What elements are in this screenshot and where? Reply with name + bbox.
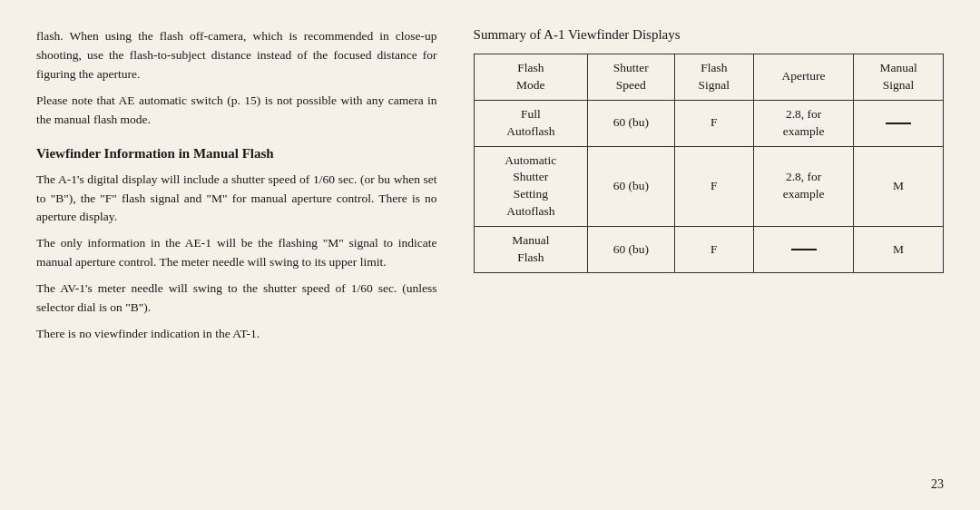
viewfinder-table: FlashMode ShutterSpeed FlashSignal Apert…: [474, 54, 944, 273]
left-column: flash. When using the flash off-camera, …: [36, 27, 465, 492]
cell-signal-1: F: [674, 100, 753, 146]
col-shutter-speed: ShutterSpeed: [588, 54, 675, 101]
paragraph-ae-note: Please note that AE automatic switch (p.…: [36, 92, 437, 130]
cell-aperture-1: 2.8, forexample: [754, 100, 854, 146]
page-number: 23: [931, 477, 944, 492]
dash-line-1: [886, 123, 911, 124]
col-flash-mode: FlashMode: [474, 54, 587, 101]
paragraph-av1-info: The AV-1's meter needle will swing to th…: [36, 280, 437, 318]
table-row: ManualFlash 60 (bu) F M: [474, 227, 943, 273]
page-container: flash. When using the flash off-camera, …: [0, 0, 980, 510]
cell-signal-3: F: [674, 227, 753, 273]
dash-line-2: [791, 249, 817, 250]
paragraph-ae1-info: The only information in the AE-1 will be…: [36, 234, 437, 272]
cell-manual-1: [854, 100, 944, 146]
cell-aperture-3: [754, 227, 854, 273]
right-column: Summary of A-1 Viewfinder Displays Flash…: [465, 27, 944, 492]
paragraph-flash-intro: flash. When using the flash off-camera, …: [36, 27, 437, 84]
cell-aperture-2: 2.8, forexample: [754, 146, 854, 227]
cell-shutter-1: 60 (bu): [588, 100, 675, 146]
table-row: AutomaticShutterSettingAutoflash 60 (bu)…: [474, 146, 943, 227]
cell-flash-mode-2: AutomaticShutterSettingAutoflash: [474, 146, 587, 227]
cell-flash-mode-3: ManualFlash: [474, 227, 587, 273]
section-heading-viewfinder: Viewfinder Information in Manual Flash: [36, 146, 437, 162]
table-header-row: FlashMode ShutterSpeed FlashSignal Apert…: [474, 54, 943, 101]
paragraph-a1-display: The A-1's digital display will include a…: [36, 171, 437, 228]
cell-manual-2: M: [854, 146, 944, 227]
cell-flash-mode-1: FullAutoflash: [474, 100, 587, 146]
paragraph-at1-info: There is no viewfinder indication in the…: [36, 325, 437, 344]
col-manual-signal: ManualSignal: [854, 54, 944, 101]
col-flash-signal: FlashSignal: [674, 54, 753, 101]
cell-signal-2: F: [674, 146, 753, 227]
table-row: FullAutoflash 60 (bu) F 2.8, forexample: [474, 100, 943, 146]
cell-shutter-2: 60 (bu): [588, 146, 675, 227]
col-aperture: Aperture: [754, 54, 854, 101]
cell-shutter-3: 60 (bu): [588, 227, 675, 273]
table-title: Summary of A-1 Viewfinder Displays: [474, 27, 944, 43]
cell-manual-3: M: [854, 227, 944, 273]
